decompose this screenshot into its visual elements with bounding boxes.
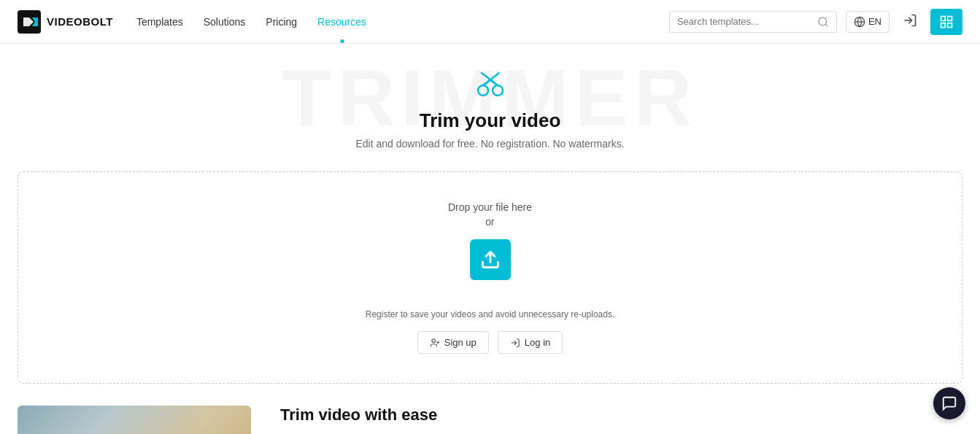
search-box[interactable] xyxy=(669,11,837,33)
user-plus-icon xyxy=(430,338,440,348)
nav-item-solutions[interactable]: Solutions xyxy=(204,15,246,28)
login-button[interactable]: Log in xyxy=(498,331,563,354)
logo-link[interactable]: VIDEOBOLT xyxy=(18,10,113,34)
hero-content: Trim your video Edit and download for fr… xyxy=(15,66,965,150)
search-input[interactable] xyxy=(677,16,811,27)
login-icon xyxy=(510,338,520,348)
lang-label: EN xyxy=(868,16,881,27)
svg-rect-10 xyxy=(948,23,952,27)
logo-icon xyxy=(18,10,41,34)
signup-button[interactable]: Sign up xyxy=(417,331,489,354)
svg-rect-8 xyxy=(948,16,952,20)
nav-item-templates[interactable]: Templates xyxy=(136,15,183,28)
nav-right: EN xyxy=(669,9,962,35)
nav-item-pricing[interactable]: Pricing xyxy=(266,15,297,28)
login-label: Log in xyxy=(525,337,550,348)
bottom-section: Trim video with ease Use this video trim… xyxy=(0,384,980,434)
svg-line-3 xyxy=(825,24,827,26)
nav-link-solutions[interactable]: Solutions xyxy=(204,16,246,28)
video-preview xyxy=(18,406,251,434)
svg-point-18 xyxy=(432,338,436,342)
navbar: VIDEOBOLT Templates Solutions Pricing Re… xyxy=(0,0,980,44)
svg-rect-9 xyxy=(941,23,946,27)
dashboard-button[interactable] xyxy=(930,9,962,35)
scissors-icon xyxy=(473,66,508,104)
chat-icon xyxy=(941,395,957,411)
language-button[interactable]: EN xyxy=(846,11,890,33)
drop-text: Drop your file here xyxy=(33,201,947,213)
nav-link-resources[interactable]: Resources xyxy=(317,16,366,28)
nav-item-resources[interactable]: Resources xyxy=(317,15,366,28)
svg-point-12 xyxy=(493,85,503,96)
svg-rect-7 xyxy=(941,16,946,20)
hero-subtitle: Edit and download for free. No registrat… xyxy=(15,138,965,150)
bottom-text: Trim video with ease Use this video trim… xyxy=(280,406,962,434)
globe-icon xyxy=(854,16,865,28)
auth-buttons: Sign up Log in xyxy=(33,331,947,354)
hero-section: TRIMMER Trim your video Edit and downloa… xyxy=(0,44,980,171)
search-icon xyxy=(817,16,829,28)
signin-button[interactable] xyxy=(898,9,922,34)
nav-link-pricing[interactable]: Pricing xyxy=(266,16,297,28)
svg-line-16 xyxy=(489,80,498,86)
nav-links: Templates Solutions Pricing Resources xyxy=(136,15,366,28)
register-hint: Register to save your videos and avoid u… xyxy=(33,309,947,319)
brand-name: VIDEOBOLT xyxy=(47,15,113,28)
svg-point-11 xyxy=(478,85,488,96)
upload-container: Drop your file here or Register to save … xyxy=(18,171,962,384)
hero-title: Trim your video xyxy=(15,109,965,132)
signup-label: Sign up xyxy=(444,337,477,348)
upload-button[interactable] xyxy=(470,239,511,280)
dashboard-icon xyxy=(939,15,954,29)
or-text: or xyxy=(33,216,947,228)
bottom-title: Trim video with ease xyxy=(280,406,962,425)
chat-widget[interactable] xyxy=(933,387,965,419)
nav-link-templates[interactable]: Templates xyxy=(136,16,183,28)
signin-icon xyxy=(903,13,917,28)
upload-icon xyxy=(480,249,501,270)
svg-point-2 xyxy=(819,18,827,26)
